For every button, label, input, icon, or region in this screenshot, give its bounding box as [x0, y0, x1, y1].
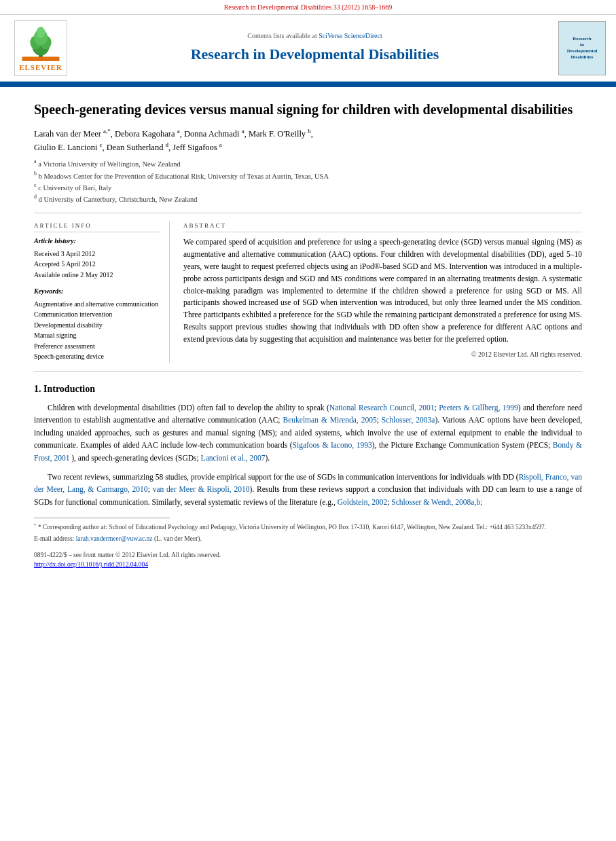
doi-link[interactable]: http://dx.doi.org/10.1016/j.ridd.2012.04…	[34, 561, 148, 568]
ref-goldstein: Goldstein, 2002	[338, 498, 387, 506]
journal-cover: © 2012 Elsevier Ltd. All rights reserved…	[558, 21, 606, 75]
keyword-5: Preference assessment	[34, 342, 160, 352]
ref-vandermeer: van der Meer & Rispoli, 2010	[153, 485, 250, 493]
bottom-info: 0891-4222/$ – see front matter © 2012 El…	[34, 550, 582, 570]
sciverse-link[interactable]: SciVerse ScienceDirect	[319, 32, 382, 39]
left-col: Article Info Article history: Received 3…	[34, 221, 170, 363]
cover-title: © 2012 Elsevier Ltd. All rights reserved…	[567, 36, 598, 60]
keyword-1: Augmentative and alternative communicati…	[34, 300, 160, 310]
elsevier-logo-box: ELSEVIER	[14, 20, 67, 77]
email-link[interactable]: larah.vandermeer@vuw.ac.nz	[76, 535, 153, 542]
received-date: Received 3 April 2012	[34, 249, 160, 260]
authors: Larah van der Meer a,*, Debora Kagohara …	[34, 126, 582, 154]
svg-point-5	[37, 26, 46, 38]
keyword-2: Communication intervention	[34, 310, 160, 320]
keywords-label: Keywords:	[34, 287, 160, 297]
intro-body: Children with developmental disabilities…	[34, 401, 582, 508]
article-title: Speech-generating devices versus manual …	[34, 101, 582, 118]
article-info-header: Article Info	[34, 221, 160, 232]
affiliation-b: b b Meadows Center for the Prevention of…	[34, 170, 582, 181]
ref-sigafoos: Sigafoos & Iacono, 1993	[293, 441, 372, 449]
sciverse-line: Contents lists available at SciVerse Sci…	[247, 31, 382, 41]
elsevier-label: ELSEVIER	[19, 62, 62, 73]
available-date: Available online 2 May 2012	[34, 270, 160, 281]
abstract-header: Abstract	[183, 221, 582, 232]
footnote-star: * * Corresponding author at: School of E…	[34, 522, 582, 532]
keyword-6: Speech-generating device	[34, 352, 160, 362]
ref-beukelman: Beukelman & Mirenda, 2005	[283, 416, 377, 424]
divider-1	[34, 213, 582, 213]
ref-lancioni: Lancioni et al., 2007	[201, 454, 266, 462]
article-body: Speech-generating devices versus manual …	[0, 87, 616, 583]
two-col-section: Article Info Article history: Received 3…	[34, 221, 582, 363]
ref-schlosser2: Schlosser & Wendt, 2008a,b;	[391, 498, 482, 506]
authors-text: Larah van der Meer a,*, Debora Kagohara …	[34, 129, 313, 152]
sciverse-prefix: Contents lists available at	[247, 32, 319, 39]
doi-line: http://dx.doi.org/10.1016/j.ridd.2012.04…	[34, 560, 582, 569]
abstract-text: We compared speed of acquisition and pre…	[183, 236, 582, 345]
journal-title: Research in Developmental Disabilities	[191, 43, 439, 65]
footnote-divider	[34, 518, 170, 518]
abstract-copyright: © 2012 Elsevier Ltd. All rights reserved…	[183, 350, 582, 360]
banner-text: Research in Developmental Disabilities 3…	[224, 3, 393, 11]
affiliation-d: d d University of Canterbury, Christchur…	[34, 193, 582, 204]
keyword-3: Developmental disability	[34, 321, 160, 331]
affiliations: a a Victoria University of Wellington, N…	[34, 158, 582, 204]
issn-line: 0891-4222/$ – see front matter © 2012 El…	[34, 550, 582, 560]
ref-peeters: Peeters & Gillberg, 1999	[439, 404, 518, 412]
svg-rect-6	[22, 56, 59, 60]
ref-national: National Research Council, 2001	[329, 404, 435, 412]
page: Research in Developmental Disabilities 3…	[0, 0, 616, 841]
footnote-email: E-mail address: larah.vandermeer@vuw.ac.…	[34, 535, 582, 543]
top-banner: Research in Developmental Disabilities 3…	[0, 0, 616, 15]
elsevier-tree-icon	[20, 24, 61, 61]
article-history-label: Article history:	[34, 236, 160, 247]
email-label: E-mail address:	[34, 535, 74, 542]
journal-right: © 2012 Elsevier Ltd. All rights reserved…	[555, 20, 609, 77]
introduction-section: 1. Introduction Children with developmen…	[34, 382, 582, 508]
ref-schlosser: Schlosser, 2003a	[382, 416, 435, 424]
journal-logo: ELSEVIER	[7, 20, 75, 77]
intro-para-1: Children with developmental disabilities…	[34, 401, 582, 464]
intro-title: 1. Introduction	[34, 382, 582, 396]
intro-para-2: Two recent reviews, summarizing 58 studi…	[34, 471, 582, 508]
divider-2	[34, 371, 582, 372]
keyword-4: Manual signing	[34, 331, 160, 341]
email-suffix: (L. van der Meer).	[154, 535, 202, 542]
journal-center: Contents lists available at SciVerse Sci…	[81, 20, 548, 77]
affiliation-a: a a Victoria University of Wellington, N…	[34, 158, 582, 169]
ref-rispoli: Rispoli, Franco, van der Meer, Lang, & C…	[34, 473, 582, 493]
affiliation-c: c c University of Bari, Italy	[34, 181, 582, 193]
accepted-date: Accepted 5 April 2012	[34, 260, 160, 270]
journal-header: ELSEVIER Contents lists available at Sci…	[0, 15, 616, 84]
right-col: Abstract We compared speed of acquisitio…	[183, 221, 582, 363]
